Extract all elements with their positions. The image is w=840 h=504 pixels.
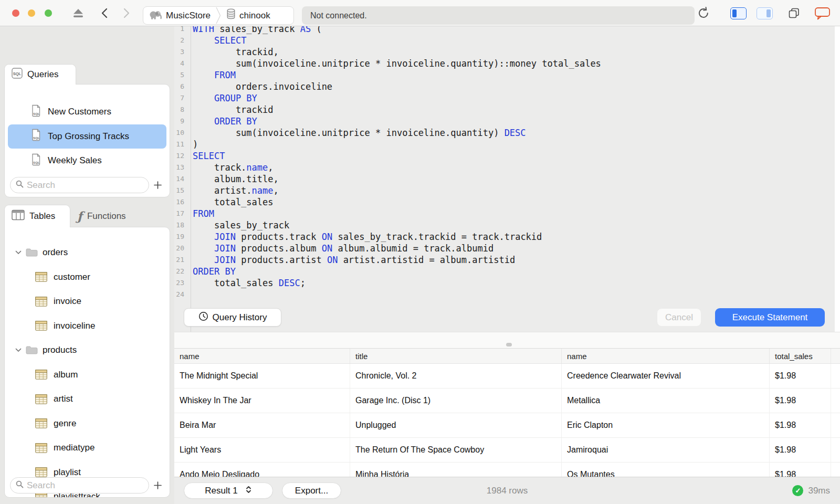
table-cell[interactable]: $1.98 bbox=[770, 388, 831, 413]
table-cell[interactable]: $1.98 bbox=[770, 364, 831, 388]
tree-row-mediatype[interactable]: mediatype bbox=[5, 436, 170, 460]
tab-tables[interactable]: Tables bbox=[4, 205, 70, 227]
column-header-1[interactable]: name bbox=[174, 349, 350, 363]
line-number: 2 bbox=[174, 35, 188, 46]
tree-row-orders[interactable]: orders bbox=[5, 240, 170, 265]
breadcrumb-server-label: MusicStore bbox=[166, 10, 211, 21]
tree-row-artist[interactable]: artist bbox=[5, 387, 170, 412]
tree-row-label: album bbox=[54, 370, 78, 380]
tree-row-invoice[interactable]: invoice bbox=[5, 289, 170, 314]
gutter-divider bbox=[191, 26, 191, 332]
toggle-left-sidebar-icon[interactable] bbox=[729, 0, 748, 26]
table-cell[interactable]: Eric Clapton bbox=[562, 413, 770, 437]
breadcrumb-server[interactable]: MusicStore bbox=[143, 7, 216, 24]
execute-label: Execute Statement bbox=[732, 312, 808, 323]
code-line: 12SELECT bbox=[174, 150, 835, 162]
tree-row-album[interactable]: album bbox=[5, 363, 170, 387]
sql-code[interactable]: 1WITH sales_by_track AS (2 SELECT3 track… bbox=[174, 26, 835, 300]
query-list-item[interactable]: SQL Top Grossing Tracks bbox=[8, 124, 166, 149]
chat-bubble-icon[interactable] bbox=[813, 0, 832, 26]
line-number: 18 bbox=[174, 219, 188, 231]
table-cell[interactable]: Chronicle, Vol. 2 bbox=[350, 364, 562, 388]
table-row[interactable]: Light YearsThe Return Of The Space Cowbo… bbox=[174, 438, 840, 463]
column-header-3[interactable]: name bbox=[562, 349, 770, 363]
table-row[interactable]: Beira MarUnpluggedEric Clapton$1.98 bbox=[174, 413, 840, 438]
query-list-item[interactable]: SQL New Customers bbox=[8, 100, 166, 124]
chevron-down-icon[interactable] bbox=[15, 348, 24, 352]
queries-search[interactable] bbox=[10, 177, 149, 193]
table-cell[interactable]: Metallica bbox=[562, 388, 770, 413]
line-number: 6 bbox=[174, 81, 188, 92]
clock-icon bbox=[198, 311, 208, 324]
statusbar: Result 1 Export... 1984 rows ✓ 39ms bbox=[174, 477, 840, 504]
code-line: 7 GROUP BY bbox=[174, 92, 835, 104]
breadcrumb-database[interactable]: chinook bbox=[221, 7, 276, 24]
tables-search-input[interactable] bbox=[27, 480, 143, 491]
zoom-window-button[interactable] bbox=[45, 9, 52, 17]
table-row[interactable]: Ando Meio DesligadoMinha HistóriaOs Muta… bbox=[174, 463, 840, 477]
table-cell[interactable]: Garage Inc. (Disc 1) bbox=[350, 388, 562, 413]
tree-row-customer[interactable]: customer bbox=[5, 265, 170, 290]
table-row[interactable]: The Midnight SpecialChronicle, Vol. 2Cre… bbox=[174, 364, 840, 388]
query-history-button[interactable]: Query History bbox=[184, 308, 281, 327]
tab-queries[interactable]: SQL Queries bbox=[4, 64, 76, 85]
tables-search[interactable] bbox=[10, 477, 149, 494]
line-number: 4 bbox=[174, 58, 188, 69]
table-cell[interactable]: Creedence Clearwater Revival bbox=[562, 364, 770, 388]
line-number: 7 bbox=[174, 92, 188, 104]
table-cell[interactable]: Whiskey In The Jar bbox=[174, 388, 350, 413]
table-cell-filler bbox=[831, 388, 840, 413]
toggle-right-sidebar-icon[interactable] bbox=[755, 0, 774, 26]
eject-icon[interactable] bbox=[71, 0, 85, 26]
svg-text:SQL: SQL bbox=[13, 71, 22, 76]
table-cell[interactable]: Os Mutantes bbox=[562, 463, 770, 477]
sidebar: SQL Queries SQL New Customers SQL Top Gr… bbox=[0, 26, 174, 504]
line-number: 5 bbox=[174, 69, 188, 81]
splitter-handle-icon[interactable] bbox=[506, 343, 512, 346]
sql-document-icon: SQL bbox=[31, 153, 41, 169]
code-line: 23 total_sales DESC; bbox=[174, 277, 835, 289]
table-cell[interactable]: Light Years bbox=[174, 438, 350, 462]
tables-search-row bbox=[10, 477, 164, 494]
column-header-2[interactable]: title bbox=[350, 349, 562, 363]
table-cell[interactable]: The Midnight Special bbox=[174, 364, 350, 388]
table-cell[interactable]: Minha História bbox=[350, 463, 562, 477]
table-cell[interactable]: Unplugged bbox=[350, 413, 562, 437]
table-cell[interactable]: $1.98 bbox=[770, 438, 831, 462]
minimize-window-button[interactable] bbox=[28, 9, 35, 17]
forward-icon[interactable] bbox=[121, 0, 132, 26]
close-window-button[interactable] bbox=[12, 9, 19, 17]
tree-row-products[interactable]: products bbox=[5, 338, 170, 363]
sql-editor[interactable]: 1WITH sales_by_track AS (2 SELECT3 track… bbox=[174, 26, 835, 332]
tree-row-invoiceline[interactable]: invoiceline bbox=[5, 314, 170, 339]
line-number: 19 bbox=[174, 231, 188, 243]
add-query-button[interactable] bbox=[151, 181, 164, 190]
overlapping-windows-icon[interactable] bbox=[785, 0, 802, 26]
pane-splitter[interactable] bbox=[174, 332, 840, 348]
table-cell[interactable]: $1.98 bbox=[770, 463, 831, 477]
chevron-down-icon[interactable] bbox=[15, 250, 24, 255]
queries-search-input[interactable] bbox=[27, 180, 143, 191]
table-row[interactable]: Whiskey In The JarGarage Inc. (Disc 1)Me… bbox=[174, 388, 840, 413]
table-cell[interactable]: Beira Mar bbox=[174, 413, 350, 437]
tree-row-label: invoice bbox=[54, 296, 81, 307]
back-icon[interactable] bbox=[99, 0, 110, 26]
table-cell[interactable]: Jamiroquai bbox=[562, 438, 770, 462]
add-table-button[interactable] bbox=[151, 481, 164, 490]
column-header-4[interactable]: total_sales bbox=[770, 349, 831, 363]
tree-row-label: products bbox=[43, 345, 77, 355]
table-cell[interactable]: Ando Meio Desligado bbox=[174, 463, 350, 477]
breadcrumb-separator-icon bbox=[216, 7, 221, 24]
code-line: 1WITH sales_by_track AS ( bbox=[174, 26, 835, 35]
table-cell[interactable]: $1.98 bbox=[770, 413, 831, 437]
query-list-item[interactable]: SQL Weekly Sales bbox=[8, 149, 166, 173]
table-cell[interactable]: The Return Of The Space Cowboy bbox=[350, 438, 562, 462]
line-number: 13 bbox=[174, 162, 188, 173]
tab-functions[interactable]: ƒ Functions bbox=[70, 205, 157, 227]
execute-statement-button[interactable]: Execute Statement bbox=[715, 308, 825, 327]
cancel-button[interactable]: Cancel bbox=[657, 308, 701, 327]
tree-row-genre[interactable]: genre bbox=[5, 412, 170, 436]
query-list-item-label: Weekly Sales bbox=[48, 155, 102, 166]
refresh-icon[interactable] bbox=[694, 0, 713, 26]
line-number: 15 bbox=[174, 185, 188, 196]
